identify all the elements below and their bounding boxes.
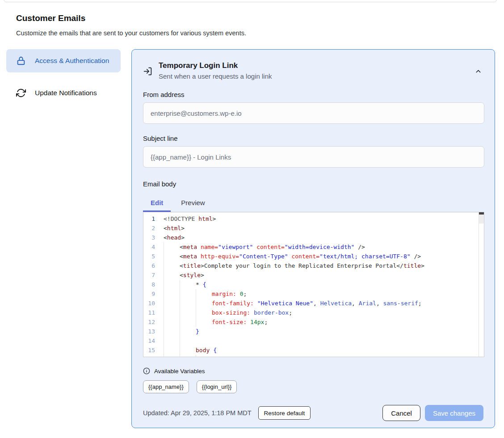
indent-guide xyxy=(180,280,196,289)
indent-guide xyxy=(196,308,212,317)
code-content: * { xyxy=(160,280,206,289)
code-content: margin: 0; xyxy=(160,289,247,299)
indent-guide xyxy=(164,345,180,355)
code-line: 15body { xyxy=(143,345,484,355)
indent-guide xyxy=(180,327,196,336)
save-changes-button[interactable]: Save changes xyxy=(425,405,483,421)
line-number: 4 xyxy=(143,242,160,252)
code-content xyxy=(160,336,196,345)
available-variables-label: Available Variables xyxy=(154,368,205,375)
code-content: <head> xyxy=(160,233,185,242)
indent-guide xyxy=(164,280,180,289)
sidebar-item-label: Update Notifications xyxy=(35,88,97,98)
info-icon xyxy=(143,367,150,375)
tab-edit[interactable]: Edit xyxy=(143,194,171,212)
code-line: 4<meta name="viewport" content="width=de… xyxy=(143,242,484,252)
indent-guide xyxy=(164,336,180,345)
from-address-label: From address xyxy=(143,91,483,98)
indent-guide xyxy=(180,299,196,308)
line-number: 12 xyxy=(143,317,160,327)
indent-guide xyxy=(180,289,196,299)
indent-guide xyxy=(196,317,212,327)
indent-guide xyxy=(164,299,180,308)
code-line: 5<meta http-equiv="Content-Type" content… xyxy=(143,252,484,261)
indent-guide xyxy=(164,327,180,336)
log-in-icon xyxy=(143,67,152,76)
temporary-login-link-card: Temporary Login Link Sent when a user re… xyxy=(131,49,495,428)
sidebar-item-update-notifications[interactable]: Update Notifications xyxy=(6,81,121,105)
indent-guide xyxy=(180,355,196,357)
code-editor-lines: 1<!DOCTYPE html>2<html>3<head>4<meta nam… xyxy=(143,212,484,357)
indent-guide xyxy=(164,270,180,280)
variable-chip-app-name[interactable]: {{app_name}} xyxy=(143,380,189,393)
line-number: 6 xyxy=(143,261,160,270)
line-number: 15 xyxy=(143,345,160,355)
subject-line-input[interactable] xyxy=(143,146,484,168)
line-number: 10 xyxy=(143,299,160,308)
updated-timestamp: Updated: Apr 29, 2025, 1:18 PM MDT xyxy=(143,409,252,417)
code-line: 9margin: 0; xyxy=(143,289,484,299)
lock-icon xyxy=(16,56,26,66)
code-content: <html> xyxy=(160,223,185,233)
code-content: font-size: 14px; xyxy=(160,317,268,327)
code-line: 12font-size: 14px; xyxy=(143,317,484,327)
line-number: 3 xyxy=(143,233,160,242)
editor-scrollbar-thumb-tail xyxy=(479,215,484,223)
indent-guide xyxy=(164,242,180,252)
card-footer: Updated: Apr 29, 2025, 1:18 PM MDT Resto… xyxy=(143,405,483,421)
line-number: 13 xyxy=(143,327,160,336)
sidebar-item-label: Access & Authentication xyxy=(35,55,109,66)
email-body-code-editor[interactable]: 1<!DOCTYPE html>2<html>3<head>4<meta nam… xyxy=(143,212,484,357)
indent-guide xyxy=(164,252,180,261)
indent-guide xyxy=(180,308,196,317)
code-line: 16background-color: #f6f6f6; xyxy=(143,355,484,357)
sidebar-item-access-authentication[interactable]: Access & Authentication xyxy=(6,49,121,72)
editor-scrollbar[interactable] xyxy=(479,212,484,357)
code-content: <title>Complete your login to the Replic… xyxy=(160,261,424,270)
email-types-sidebar: Access & Authentication Update Notificat… xyxy=(6,49,121,105)
code-content: background-color: #f6f6f6; xyxy=(160,355,303,357)
customer-emails-page: Customer Emails Customize the emails tha… xyxy=(0,0,504,438)
card-subtitle: Sent when a user requests a login link xyxy=(159,72,272,80)
indent-guide xyxy=(196,289,212,299)
email-body-label: Email body xyxy=(143,180,483,188)
line-number: 14 xyxy=(143,336,160,345)
card-header-text: Temporary Login Link Sent when a user re… xyxy=(159,61,272,80)
code-content: <meta name="viewport" content="width=dev… xyxy=(160,242,365,252)
chevron-up-icon xyxy=(475,67,482,75)
indent-guide xyxy=(180,317,196,327)
indent-guide xyxy=(196,355,212,357)
code-line: 8* { xyxy=(143,280,484,289)
cancel-button[interactable]: Cancel xyxy=(382,405,420,421)
restore-default-button[interactable]: Restore default xyxy=(258,406,311,420)
page-subtitle: Customize the emails that are sent to yo… xyxy=(16,29,246,37)
code-line: 14 xyxy=(143,336,484,345)
tab-preview[interactable]: Preview xyxy=(171,194,215,212)
available-variables-row: Available Variables xyxy=(143,367,483,375)
line-number: 7 xyxy=(143,270,160,280)
line-number: 2 xyxy=(143,223,160,233)
page-title: Customer Emails xyxy=(16,13,85,23)
code-line: 7<style> xyxy=(143,270,484,280)
refresh-icon xyxy=(16,88,26,98)
code-line: 10font-family: "Helvetica Neue", Helveti… xyxy=(143,299,484,308)
indent-guide xyxy=(196,299,212,308)
line-number: 5 xyxy=(143,252,160,261)
code-content: body { xyxy=(160,345,217,355)
indent-guide xyxy=(164,317,180,327)
code-content: box-sizing: border-box; xyxy=(160,308,292,317)
indent-guide xyxy=(164,289,180,299)
card-title: Temporary Login Link xyxy=(159,61,272,70)
variable-chip-login-url[interactable]: {{login_url}} xyxy=(197,380,237,393)
subject-line-label: Subject line xyxy=(143,135,483,142)
code-content: <meta http-equiv="Content-Type" content=… xyxy=(160,252,421,261)
variable-chips: {{app_name}} {{login_url}} xyxy=(143,380,483,393)
line-number: 1 xyxy=(143,214,160,223)
code-line: 1<!DOCTYPE html> xyxy=(143,214,484,223)
footer-actions: Cancel Save changes xyxy=(382,405,483,421)
line-number: 11 xyxy=(143,308,160,317)
previous-card-bottom-edge xyxy=(4,0,497,2)
from-address-input[interactable] xyxy=(143,102,484,124)
collapse-card-button[interactable] xyxy=(475,67,482,75)
email-body-tabs: Edit Preview xyxy=(143,194,483,212)
